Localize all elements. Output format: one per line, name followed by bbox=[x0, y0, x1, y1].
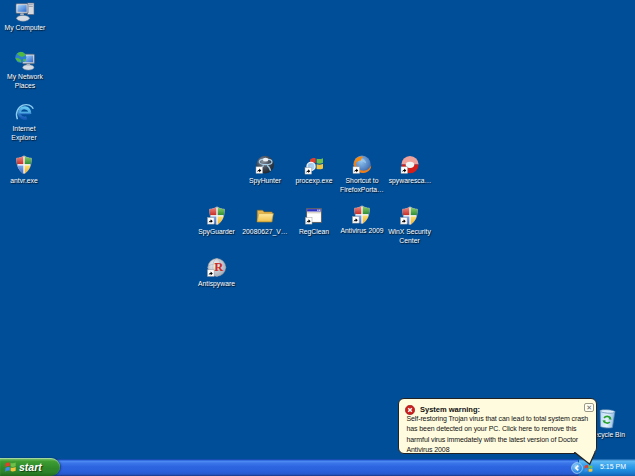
svg-text:R: R bbox=[214, 260, 224, 274]
